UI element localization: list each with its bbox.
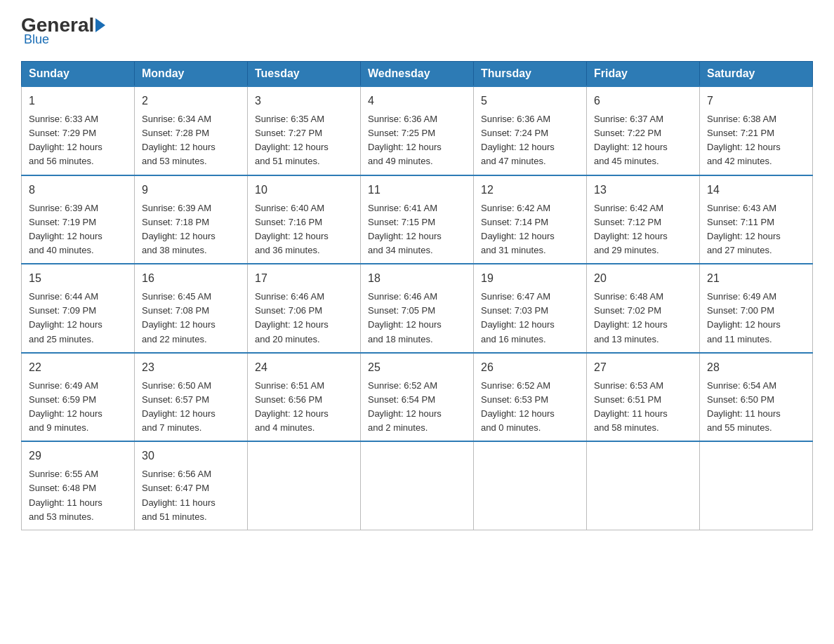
day-info: Sunrise: 6:49 AMSunset: 6:59 PMDaylight:… [29,379,127,436]
day-info: Sunrise: 6:42 AMSunset: 7:12 PMDaylight:… [594,201,692,258]
day-number: 23 [142,359,240,376]
calendar-cell: 30Sunrise: 6:56 AMSunset: 6:47 PMDayligh… [135,441,248,530]
day-info: Sunrise: 6:52 AMSunset: 6:54 PMDaylight:… [368,379,466,436]
calendar-cell: 19Sunrise: 6:47 AMSunset: 7:03 PMDayligh… [474,264,587,353]
column-header-friday: Friday [587,62,700,87]
day-number: 3 [255,93,353,109]
day-number: 26 [481,359,579,376]
calendar-cell: 23Sunrise: 6:50 AMSunset: 6:57 PMDayligh… [135,353,248,442]
calendar-cell: 24Sunrise: 6:51 AMSunset: 6:56 PMDayligh… [248,353,361,442]
day-info: Sunrise: 6:36 AMSunset: 7:25 PMDaylight:… [368,112,466,169]
calendar-cell: 2Sunrise: 6:34 AMSunset: 7:28 PMDaylight… [135,86,248,175]
day-number: 1 [29,93,127,109]
day-info: Sunrise: 6:35 AMSunset: 7:27 PMDaylight:… [255,112,353,169]
day-number: 22 [29,359,127,376]
day-number: 16 [142,270,240,287]
day-number: 25 [368,359,466,376]
day-info: Sunrise: 6:38 AMSunset: 7:21 PMDaylight:… [707,112,805,169]
day-info: Sunrise: 6:44 AMSunset: 7:09 PMDaylight:… [29,290,127,347]
calendar-cell [474,441,587,530]
day-info: Sunrise: 6:50 AMSunset: 6:57 PMDaylight:… [142,379,240,436]
day-number: 29 [29,448,127,464]
calendar-table: SundayMondayTuesdayWednesdayThursdayFrid… [21,61,813,530]
calendar-cell: 16Sunrise: 6:45 AMSunset: 7:08 PMDayligh… [135,264,248,353]
day-number: 21 [707,270,805,287]
day-number: 24 [255,359,353,376]
day-number: 19 [481,270,579,287]
calendar-cell: 20Sunrise: 6:48 AMSunset: 7:02 PMDayligh… [587,264,700,353]
day-info: Sunrise: 6:43 AMSunset: 7:11 PMDaylight:… [707,201,805,258]
day-number: 15 [29,270,127,287]
day-info: Sunrise: 6:39 AMSunset: 7:19 PMDaylight:… [29,201,127,258]
day-info: Sunrise: 6:41 AMSunset: 7:15 PMDaylight:… [368,201,466,258]
calendar-header-row: SundayMondayTuesdayWednesdayThursdayFrid… [22,62,813,87]
day-info: Sunrise: 6:49 AMSunset: 7:00 PMDaylight:… [707,290,805,347]
calendar-week-row: 29Sunrise: 6:55 AMSunset: 6:48 PMDayligh… [22,441,813,530]
day-info: Sunrise: 6:55 AMSunset: 6:48 PMDaylight:… [29,467,127,524]
calendar-cell: 3Sunrise: 6:35 AMSunset: 7:27 PMDaylight… [248,86,361,175]
calendar-cell: 4Sunrise: 6:36 AMSunset: 7:25 PMDaylight… [361,86,474,175]
day-info: Sunrise: 6:52 AMSunset: 6:53 PMDaylight:… [481,379,579,436]
day-info: Sunrise: 6:54 AMSunset: 6:50 PMDaylight:… [707,379,805,436]
day-info: Sunrise: 6:34 AMSunset: 7:28 PMDaylight:… [142,112,240,169]
calendar-cell [700,441,813,530]
day-number: 18 [368,270,466,287]
calendar-cell: 28Sunrise: 6:54 AMSunset: 6:50 PMDayligh… [700,353,813,442]
calendar-cell: 15Sunrise: 6:44 AMSunset: 7:09 PMDayligh… [22,264,135,353]
calendar-cell: 11Sunrise: 6:41 AMSunset: 7:15 PMDayligh… [361,175,474,264]
day-info: Sunrise: 6:36 AMSunset: 7:24 PMDaylight:… [481,112,579,169]
calendar-cell: 10Sunrise: 6:40 AMSunset: 7:16 PMDayligh… [248,175,361,264]
calendar-cell: 14Sunrise: 6:43 AMSunset: 7:11 PMDayligh… [700,175,813,264]
day-info: Sunrise: 6:33 AMSunset: 7:29 PMDaylight:… [29,112,127,169]
day-info: Sunrise: 6:45 AMSunset: 7:08 PMDaylight:… [142,290,240,347]
calendar-cell: 1Sunrise: 6:33 AMSunset: 7:29 PMDaylight… [22,86,135,175]
calendar-cell: 12Sunrise: 6:42 AMSunset: 7:14 PMDayligh… [474,175,587,264]
day-info: Sunrise: 6:40 AMSunset: 7:16 PMDaylight:… [255,201,353,258]
day-number: 27 [594,359,692,376]
day-number: 13 [594,182,692,199]
calendar-cell: 21Sunrise: 6:49 AMSunset: 7:00 PMDayligh… [700,264,813,353]
column-header-thursday: Thursday [474,62,587,87]
calendar-cell: 8Sunrise: 6:39 AMSunset: 7:19 PMDaylight… [22,175,135,264]
calendar-cell: 5Sunrise: 6:36 AMSunset: 7:24 PMDaylight… [474,86,587,175]
day-number: 5 [481,93,579,109]
column-header-monday: Monday [135,62,248,87]
calendar-cell: 22Sunrise: 6:49 AMSunset: 6:59 PMDayligh… [22,353,135,442]
day-number: 14 [707,182,805,199]
calendar-cell: 18Sunrise: 6:46 AMSunset: 7:05 PMDayligh… [361,264,474,353]
calendar-cell: 9Sunrise: 6:39 AMSunset: 7:18 PMDaylight… [135,175,248,264]
day-number: 6 [594,93,692,109]
calendar-week-row: 1Sunrise: 6:33 AMSunset: 7:29 PMDaylight… [22,86,813,175]
calendar-cell: 27Sunrise: 6:53 AMSunset: 6:51 PMDayligh… [587,353,700,442]
column-header-wednesday: Wednesday [361,62,474,87]
calendar-week-row: 22Sunrise: 6:49 AMSunset: 6:59 PMDayligh… [22,353,813,442]
day-number: 28 [707,359,805,376]
day-number: 4 [368,93,466,109]
calendar-week-row: 15Sunrise: 6:44 AMSunset: 7:09 PMDayligh… [22,264,813,353]
day-info: Sunrise: 6:46 AMSunset: 7:05 PMDaylight:… [368,290,466,347]
day-number: 30 [142,448,240,464]
calendar-cell: 7Sunrise: 6:38 AMSunset: 7:21 PMDaylight… [700,86,813,175]
column-header-tuesday: Tuesday [248,62,361,87]
calendar-cell: 26Sunrise: 6:52 AMSunset: 6:53 PMDayligh… [474,353,587,442]
calendar-cell [248,441,361,530]
day-info: Sunrise: 6:48 AMSunset: 7:02 PMDaylight:… [594,290,692,347]
day-info: Sunrise: 6:47 AMSunset: 7:03 PMDaylight:… [481,290,579,347]
day-number: 8 [29,182,127,199]
calendar-cell: 13Sunrise: 6:42 AMSunset: 7:12 PMDayligh… [587,175,700,264]
calendar-cell [587,441,700,530]
calendar-cell: 6Sunrise: 6:37 AMSunset: 7:22 PMDaylight… [587,86,700,175]
calendar-cell [361,441,474,530]
logo-blue-text: Blue [21,32,107,47]
day-info: Sunrise: 6:37 AMSunset: 7:22 PMDaylight:… [594,112,692,169]
day-info: Sunrise: 6:51 AMSunset: 6:56 PMDaylight:… [255,379,353,436]
calendar-cell: 25Sunrise: 6:52 AMSunset: 6:54 PMDayligh… [361,353,474,442]
column-header-saturday: Saturday [700,62,813,87]
day-info: Sunrise: 6:46 AMSunset: 7:06 PMDaylight:… [255,290,353,347]
logo-triangle-icon [95,18,105,32]
day-number: 9 [142,182,240,199]
day-number: 10 [255,182,353,199]
day-info: Sunrise: 6:42 AMSunset: 7:14 PMDaylight:… [481,201,579,258]
day-info: Sunrise: 6:56 AMSunset: 6:47 PMDaylight:… [142,467,240,524]
calendar-cell: 17Sunrise: 6:46 AMSunset: 7:06 PMDayligh… [248,264,361,353]
